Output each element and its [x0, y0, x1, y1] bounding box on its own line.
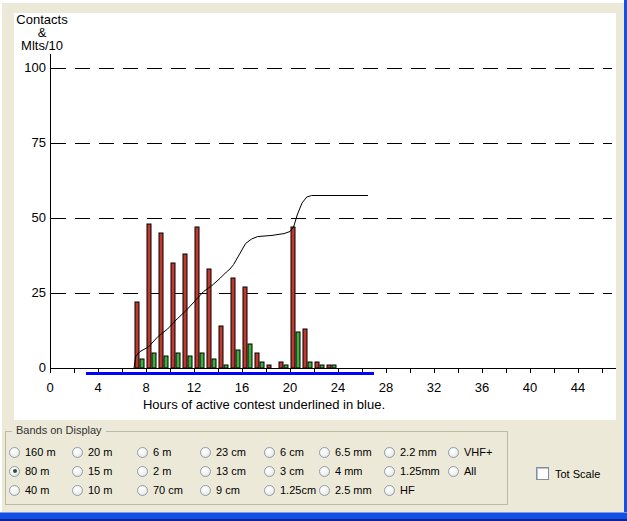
bar-mults_per_10-8: [152, 353, 156, 368]
band-label: 23 cm: [216, 446, 246, 458]
band-label: 15 m: [88, 465, 112, 477]
band-radio-6m[interactable]: 6 m: [137, 445, 183, 459]
band-radio-10m[interactable]: 10 m: [72, 483, 112, 497]
bands-on-display-groupbox: Bands on Display 160 m80 m40 m20 m15 m10…: [5, 431, 508, 505]
x-tick-label-12: 12: [187, 380, 201, 395]
bar-mults_per_10-21: [308, 362, 312, 368]
band-radio-1.25mm[interactable]: 1.25mm: [384, 464, 440, 478]
radio-button-icon[interactable]: [137, 447, 148, 458]
radio-button-icon[interactable]: [9, 447, 20, 458]
band-radio-80m[interactable]: 80 m: [9, 464, 56, 478]
band-label: HF: [400, 484, 415, 496]
band-radio-23cm[interactable]: 23 cm: [200, 445, 246, 459]
band-radio-3cm[interactable]: 3 cm: [264, 464, 316, 478]
tot-scale-control[interactable]: Tot Scale: [536, 467, 600, 480]
y-tick-label-25: 25: [32, 285, 46, 300]
radio-button-icon[interactable]: [319, 447, 330, 458]
bar-mults_per_10-20: [296, 332, 300, 368]
bar-contacts-13: [207, 269, 211, 368]
radio-button-icon[interactable]: [264, 485, 275, 496]
band-label: 80 m: [25, 465, 49, 477]
bar-mults_per_10-23: [332, 365, 336, 368]
band-column-2: 20 m15 m10 m: [72, 445, 112, 497]
radio-button-icon[interactable]: [200, 485, 211, 496]
band-radio-160m[interactable]: 160 m: [9, 445, 56, 459]
bar-contacts-10: [171, 263, 175, 368]
bar-contacts-22: [315, 362, 319, 368]
band-radio-6.5mm[interactable]: 6.5 mm: [319, 445, 372, 459]
radio-button-icon[interactable]: [72, 447, 83, 458]
radio-button-icon[interactable]: [72, 466, 83, 477]
band-radio-40m[interactable]: 40 m: [9, 483, 56, 497]
band-radio-9cm[interactable]: 9 cm: [200, 483, 246, 497]
radio-button-icon[interactable]: [200, 447, 211, 458]
bar-contacts-9: [159, 233, 163, 368]
band-label: 20 m: [88, 446, 112, 458]
radio-button-icon[interactable]: [9, 485, 20, 496]
bar-mults_per_10-17: [260, 362, 264, 368]
band-radio-2.2mm[interactable]: 2.2 mm: [384, 445, 440, 459]
radio-button-icon[interactable]: [384, 485, 395, 496]
bar-contacts-17: [255, 353, 259, 368]
radio-button-icon[interactable]: [384, 466, 395, 477]
x-tick-label-20: 20: [283, 380, 297, 395]
x-tick-label-32: 32: [427, 380, 441, 395]
band-radio-all[interactable]: All: [448, 464, 492, 478]
radio-button-icon[interactable]: [319, 485, 330, 496]
tot-scale-label: Tot Scale: [555, 468, 600, 480]
radio-button-icon[interactable]: [137, 485, 148, 496]
x-tick-label-4: 4: [94, 380, 101, 395]
band-radio-20m[interactable]: 20 m: [72, 445, 112, 459]
radio-button-icon[interactable]: [137, 466, 148, 477]
band-label: 3 cm: [280, 465, 304, 477]
radio-button-icon[interactable]: [72, 485, 83, 496]
bar-mults_per_10-16: [248, 344, 252, 368]
y-tick-label-100: 100: [24, 60, 46, 75]
bar-contacts-23: [327, 365, 331, 368]
radio-button-icon[interactable]: [448, 466, 459, 477]
x-tick-label-40: 40: [523, 380, 537, 395]
band-radio-vhf+[interactable]: VHF+: [448, 445, 492, 459]
band-label: 6 cm: [280, 446, 304, 458]
x-tick-label-8: 8: [142, 380, 149, 395]
band-column-6: 6.5 mm4 mm2.5 mm: [319, 445, 372, 497]
bar-contacts-21: [303, 329, 307, 368]
band-label: All: [464, 465, 476, 477]
radio-button-icon[interactable]: [319, 466, 330, 477]
radio-button-icon[interactable]: [200, 466, 211, 477]
band-radio-1.25cm[interactable]: 1.25cm: [264, 483, 316, 497]
radio-button-icon[interactable]: [264, 447, 275, 458]
band-label: 2.2 mm: [400, 446, 437, 458]
tot-scale-checkbox[interactable]: [536, 467, 549, 480]
x-tick-label-16: 16: [235, 380, 249, 395]
radio-button-icon[interactable]: [264, 466, 275, 477]
bar-mults_per_10-13: [212, 359, 216, 368]
band-label: 9 cm: [216, 484, 240, 496]
band-radio-2.5mm[interactable]: 2.5 mm: [319, 483, 372, 497]
x-tick-label-44: 44: [571, 380, 585, 395]
band-radio-13cm[interactable]: 13 cm: [200, 464, 246, 478]
bar-mults_per_10-12: [200, 353, 204, 368]
band-radio-4mm[interactable]: 4 mm: [319, 464, 372, 478]
x-tick-label-24: 24: [331, 380, 345, 395]
radio-button-icon[interactable]: [448, 447, 459, 458]
band-column-5: 6 cm3 cm1.25cm: [264, 445, 316, 497]
band-label: 160 m: [25, 446, 56, 458]
y-tick-label-50: 50: [32, 210, 46, 225]
contest-rate-chart-window: Contacts & Mlts/10 Hours of active conte…: [0, 0, 627, 521]
bar-mults_per_10-11: [188, 356, 192, 368]
band-label: 40 m: [25, 484, 49, 496]
radio-button-icon[interactable]: [9, 466, 20, 477]
band-column-8: VHF+All: [448, 445, 492, 478]
band-radio-15m[interactable]: 15 m: [72, 464, 112, 478]
band-radio-70cm[interactable]: 70 cm: [137, 483, 183, 497]
band-radio-6cm[interactable]: 6 cm: [264, 445, 316, 459]
band-radio-hf[interactable]: HF: [384, 483, 440, 497]
band-column-7: 2.2 mm1.25mmHF: [384, 445, 440, 497]
bar-contacts-15: [231, 278, 235, 368]
bar-mults_per_10-14: [224, 365, 228, 368]
y-tick-label-0: 0: [39, 360, 46, 375]
band-radio-2m[interactable]: 2 m: [137, 464, 183, 478]
radio-button-icon[interactable]: [384, 447, 395, 458]
band-column-4: 23 cm13 cm9 cm: [200, 445, 246, 497]
